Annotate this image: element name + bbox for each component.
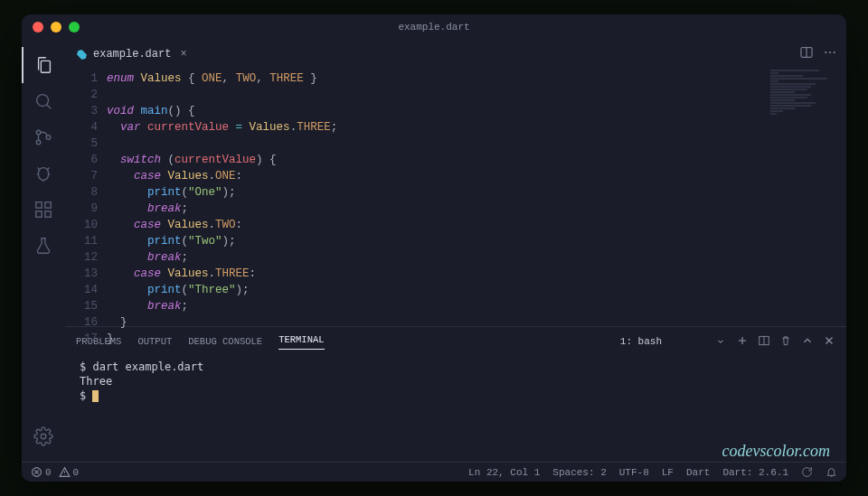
dart-file-icon (76, 49, 88, 61)
explorer-icon[interactable] (22, 47, 65, 83)
svg-point-3 (36, 140, 41, 145)
svg-line-1 (47, 105, 52, 109)
main-area: example.dart × 1234567891011121314151617… (65, 40, 846, 462)
titlebar: example.dart (22, 14, 846, 40)
minimap[interactable] (765, 69, 846, 326)
editor[interactable]: 1234567891011121314151617 enum Values { … (65, 69, 846, 326)
svg-point-12 (825, 51, 826, 53)
terminal-line: $ (80, 388, 832, 403)
status-warnings[interactable]: 0 (59, 466, 80, 478)
more-actions-icon[interactable] (823, 45, 837, 63)
tab-bar: example.dart × (65, 40, 846, 69)
terminal-cursor (92, 390, 99, 402)
close-tab-icon[interactable]: × (180, 48, 186, 61)
status-encoding[interactable]: UTF-8 (619, 467, 649, 478)
svg-rect-8 (45, 202, 51, 208)
watermark: codevscolor.com (722, 444, 830, 458)
svg-point-4 (46, 136, 51, 140)
warning-icon (59, 466, 71, 478)
source-control-icon[interactable] (22, 119, 65, 155)
svg-point-13 (829, 51, 831, 53)
status-bar: 0 0 Ln 22, Col 1 Spaces: 2 UTF-8 LF Dart… (22, 462, 846, 482)
terminal-content[interactable]: $ dart example.dart Three $ codevscolor.… (65, 356, 846, 462)
status-feedback-icon[interactable] (801, 466, 813, 478)
traffic-lights (33, 22, 80, 33)
terminal-line: $ dart example.dart (80, 360, 832, 374)
status-bell-icon[interactable] (826, 466, 837, 478)
extensions-icon[interactable] (22, 192, 65, 228)
status-indent[interactable]: Spaces: 2 (552, 467, 606, 478)
close-window-button[interactable] (33, 22, 43, 33)
svg-rect-7 (45, 211, 51, 217)
error-icon (31, 466, 42, 478)
split-editor-icon[interactable] (799, 45, 814, 63)
svg-point-14 (834, 51, 835, 53)
tab-example-dart[interactable]: example.dart × (65, 40, 198, 69)
maximize-window-button[interactable] (69, 22, 80, 33)
svg-rect-5 (36, 202, 42, 208)
code-area[interactable]: enum Values { ONE, TWO, THREE } void mai… (107, 69, 846, 326)
status-errors[interactable]: 0 (31, 466, 52, 478)
window-title: example.dart (398, 22, 469, 33)
svg-point-9 (41, 434, 46, 439)
vscode-window: example.dart (22, 14, 846, 482)
minimize-window-button[interactable] (51, 22, 61, 33)
status-eol[interactable]: LF (662, 467, 674, 478)
svg-point-0 (37, 95, 49, 107)
svg-rect-6 (36, 211, 42, 217)
tab-label: example.dart (93, 48, 171, 61)
settings-gear-icon[interactable] (22, 418, 65, 454)
activity-bar (22, 40, 65, 462)
search-icon[interactable] (22, 83, 65, 119)
status-language[interactable]: Dart (686, 467, 710, 478)
debug-icon[interactable] (22, 155, 65, 192)
status-sdk[interactable]: Dart: 2.6.1 (722, 467, 788, 478)
status-cursor-pos[interactable]: Ln 22, Col 1 (468, 467, 540, 478)
svg-point-2 (36, 130, 41, 135)
test-icon[interactable] (22, 228, 65, 264)
line-gutter: 1234567891011121314151617 (65, 69, 107, 326)
terminal-line: Three (80, 374, 832, 388)
main-body: example.dart × 1234567891011121314151617… (22, 40, 846, 462)
